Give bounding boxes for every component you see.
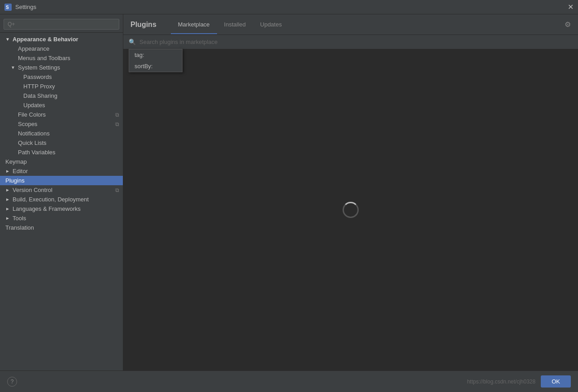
sidebar-item-appearance-behavior[interactable]: ▼Appearance & Behavior (0, 35, 123, 44)
copy-icon: ⧉ (115, 112, 119, 118)
sidebar-item-label: Plugins (5, 177, 25, 184)
arrow-icon: ▼ (5, 37, 11, 42)
tab-updates[interactable]: Updates (253, 16, 289, 34)
close-button[interactable]: ✕ (568, 3, 574, 11)
plugin-title: Plugins (130, 21, 156, 29)
sidebar-search-input[interactable] (4, 19, 119, 30)
sidebar-item-build-execution[interactable]: ►Build, Execution, Deployment (0, 195, 123, 204)
sidebar-item-editor[interactable]: ►Editor (0, 166, 123, 176)
sidebar-item-label: Updates (23, 102, 45, 109)
arrow-icon: ► (5, 206, 11, 211)
sidebar-item-label: Editor (13, 168, 28, 174)
sidebar-item-notifications[interactable]: Notifications (0, 129, 123, 138)
arrow-icon: ► (5, 169, 11, 174)
sidebar-item-http-proxy[interactable]: HTTP Proxy (0, 82, 123, 91)
sidebar: ▼Appearance & BehaviorAppearanceMenus an… (0, 14, 123, 370)
title-bar: S Settings ✕ (0, 0, 578, 14)
ok-button[interactable]: OK (541, 375, 571, 388)
sidebar-item-label: Appearance & Behavior (13, 36, 78, 43)
sidebar-item-label: Version Control (13, 187, 52, 193)
window-title: Settings (15, 4, 36, 10)
plugin-search-input[interactable] (139, 39, 573, 45)
sidebar-item-label: Passwords (23, 74, 52, 80)
sidebar-item-file-colors[interactable]: File Colors⧉ (0, 110, 123, 119)
arrow-icon: ► (5, 197, 11, 202)
sidebar-item-label: Build, Execution, Deployment (13, 196, 89, 203)
sidebar-item-label: Notifications (18, 130, 50, 137)
sidebar-item-label: Appearance (18, 45, 49, 52)
tab-installed[interactable]: Installed (217, 16, 253, 34)
sidebar-item-label: Path Variables (18, 149, 56, 156)
gear-button[interactable]: ⚙ (565, 20, 571, 29)
sidebar-item-scopes[interactable]: Scopes⧉ (0, 119, 123, 129)
sidebar-item-label: Menus and Toolbars (18, 55, 70, 61)
plugin-header: Plugins MarketplaceInstalledUpdates ⚙ (123, 14, 578, 35)
arrow-icon: ► (5, 187, 11, 192)
sidebar-item-label: System Settings (18, 64, 60, 71)
sidebar-item-quick-lists[interactable]: Quick Lists (0, 138, 123, 148)
copy-icon: ⧉ (115, 187, 119, 193)
loading-spinner (343, 202, 359, 218)
sidebar-item-tools[interactable]: ►Tools (0, 213, 123, 223)
sidebar-item-keymap[interactable]: Keymap (0, 157, 123, 166)
sidebar-item-updates-sub[interactable]: Updates (0, 100, 123, 110)
sidebar-item-label: Tools (13, 215, 26, 222)
svg-text:S: S (6, 5, 9, 10)
sidebar-items: ▼Appearance & BehaviorAppearanceMenus an… (0, 35, 123, 232)
sidebar-item-data-sharing[interactable]: Data Sharing (0, 91, 123, 100)
sidebar-item-version-control[interactable]: ►Version Control⧉ (0, 185, 123, 195)
bottom-bar-left: ? (7, 377, 17, 387)
sidebar-item-system-settings[interactable]: ▼System Settings (0, 63, 123, 72)
sidebar-item-path-variables[interactable]: Path Variables (0, 148, 123, 157)
tab-marketplace[interactable]: Marketplace (171, 16, 217, 34)
tabs-container: MarketplaceInstalledUpdates (171, 16, 289, 34)
bottom-bar: ? https://blog.csdn.net/cjh0328 OK (0, 370, 578, 392)
sidebar-item-label: HTTP Proxy (23, 83, 55, 90)
sidebar-item-plugins[interactable]: Plugins (0, 176, 123, 185)
search-bar: 🔍 tag:sortBy: (123, 35, 578, 49)
copy-icon: ⧉ (115, 121, 119, 127)
sidebar-item-passwords[interactable]: Passwords (0, 72, 123, 82)
url-text: https://blog.csdn.net/cjh0328 (467, 379, 535, 385)
main-layout: ▼Appearance & BehaviorAppearanceMenus an… (0, 14, 578, 370)
help-button[interactable]: ? (7, 377, 17, 387)
arrow-icon: ► (5, 216, 11, 221)
sidebar-item-menus-toolbars[interactable]: Menus and Toolbars (0, 53, 123, 63)
sidebar-search-container (0, 16, 123, 33)
sidebar-item-appearance[interactable]: Appearance (0, 44, 123, 53)
sidebar-item-label: Data Sharing (23, 92, 57, 99)
dropdown-item[interactable]: sortBy: (129, 61, 182, 72)
loading-area (123, 49, 578, 370)
search-dropdown: tag:sortBy: (129, 49, 183, 72)
sidebar-item-languages-frameworks[interactable]: ►Languages & Frameworks (0, 204, 123, 213)
sidebar-item-label: Quick Lists (18, 139, 47, 146)
search-icon: 🔍 (129, 39, 136, 45)
sidebar-item-label: Translation (5, 224, 34, 231)
arrow-icon: ▼ (11, 65, 16, 70)
sidebar-item-label: File Colors (18, 111, 46, 118)
sidebar-item-label: Languages & Frameworks (13, 205, 81, 212)
title-bar-left: S Settings (4, 4, 36, 11)
sidebar-item-label: Scopes (18, 121, 37, 127)
content-area: Plugins MarketplaceInstalledUpdates ⚙ 🔍 … (123, 14, 578, 370)
sidebar-item-label: Keymap (5, 158, 27, 165)
dropdown-item[interactable]: tag: (129, 49, 182, 61)
bottom-bar-right: https://blog.csdn.net/cjh0328 OK (467, 375, 571, 388)
app-icon: S (4, 4, 12, 11)
sidebar-item-translation[interactable]: Translation (0, 223, 123, 232)
